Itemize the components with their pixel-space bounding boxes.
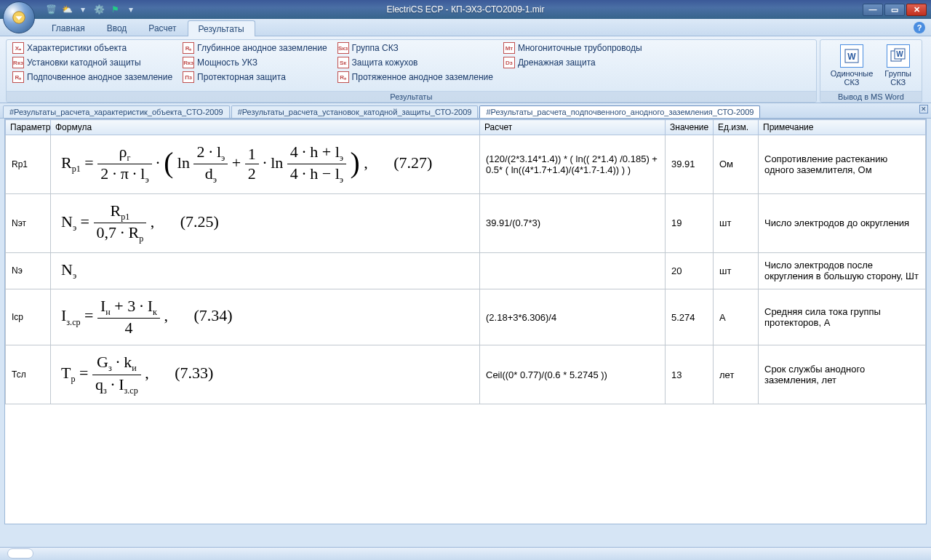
doc-icon: Rₐ [183,42,194,54]
doc-icon: Sк [337,57,349,68]
ritem-casing[interactable]: SкЗащита кожухов [336,56,495,69]
doctab-3[interactable]: #Результаты_расчета_подпочвенного_анодно… [479,105,760,118]
doc-icon: Rкз [12,57,24,68]
cell-calc: 39.91/(0.7*3) [480,193,666,252]
doc-icon: Dз [503,57,515,68]
cell-note: Сопротивление растеканию одного заземлит… [759,135,926,194]
word-icon: W [887,44,910,68]
ribbon-group-results-title: Результаты [7,91,816,102]
window-title: ElectriCS ECP - КП-ЭХЗ-СТО2009-1.mir [386,4,544,15]
doc-icon: Sкз [337,42,349,54]
ribbon-tab-strip: Главная Ввод Расчет Результаты ? [0,19,931,36]
status-bar [0,547,931,560]
cell-note: Число электродов до округления [759,193,926,252]
cell-formula: Tр = Gз · kиqз · Iз.ср , (7.33) [51,345,480,404]
ribbon: XₒХарактеристики объекта RкзУстановки ка… [0,36,931,103]
table-row[interactable]: Nэт Nэ = Rp10,7 · Rp , (7.25) 39.91/(0.7… [6,193,926,252]
ritem-deep-anode[interactable]: RₐГлубинное анодное заземление [181,41,329,55]
table-row[interactable]: Тсл Tр = Gз · kиqз · Iз.ср , (7.33) Ceil… [6,345,926,404]
maximize-button[interactable]: ▭ [884,4,905,16]
table-row[interactable]: Iср Iз.ср = Iн + 3 · Iк4 , (7.34) (2.18+… [6,289,926,345]
cell-unit: А [714,289,759,345]
document-tabs: #Результаты_расчета_характеристик_объект… [0,103,931,119]
cell-param: Rp1 [6,135,51,194]
cell-calc: (120/(2*3.14*1.4)) * ( ln(( 2*1.4) /0.18… [480,135,666,194]
doc-icon: Rₐ [12,71,24,83]
ritem-ukz-power[interactable]: RкзМощность УКЗ [181,56,329,69]
cell-formula: Rp1 = ρг2 · π · lэ · ( ln 2 · lэdэ + 12 … [51,135,480,194]
results-table: Параметр Формула Расчет Значение Ед.изм.… [5,119,926,404]
close-button[interactable]: ✕ [906,4,927,16]
ritem-cathodic[interactable]: RкзУстановки катодной защиты [11,56,174,69]
word-icon: W [840,44,863,68]
ritem-obj-char[interactable]: XₒХарактеристики объекта [11,41,174,55]
tab-input[interactable]: Ввод [96,20,138,36]
cell-formula: Nэ [51,252,480,289]
ribbon-group-word-title: Вывод в MS Word [820,91,922,102]
app-orb-button[interactable] [3,1,35,33]
tab-main[interactable]: Главная [41,20,96,36]
doc-icon: Rₐ [337,71,349,83]
cell-calc [480,252,666,289]
cell-param: Iср [6,289,51,345]
cell-formula: Nэ = Rp10,7 · Rp , (7.25) [51,193,480,252]
ritem-drainage[interactable]: DзДренажная защита [502,56,644,69]
cell-formula: Iз.ср = Iн + 3 · Iк4 , (7.34) [51,289,480,345]
th-calc[interactable]: Расчет [480,120,666,135]
help-icon[interactable]: ? [914,22,925,33]
cell-note: Число электродов после округления в боль… [759,252,926,289]
ritem-multiline[interactable]: MтМногониточные трубопроводы [502,41,644,55]
cell-note: Средняя сила тока группы протекторов, А [759,289,926,345]
cell-unit: лет [714,345,759,404]
tab-calc[interactable]: Расчет [137,20,187,36]
ritem-extended-anode[interactable]: RₐПротяженное анодное заземление [336,71,495,84]
qat-dropdown-icon[interactable]: ▾ [77,4,89,15]
th-note[interactable]: Примечание [759,120,926,135]
ritem-protector[interactable]: ПзПротекторная защита [181,71,329,84]
table-row[interactable]: Rp1 Rp1 = ρг2 · π · lэ · ( ln 2 · lэdэ +… [6,135,926,194]
tab-results[interactable]: Результаты [188,20,255,36]
word-single-skz-button[interactable]: W Одиночные СКЗ [825,41,879,89]
cell-value: 20 [666,252,714,289]
qat-weather-icon[interactable]: ⛅ [61,4,73,15]
qat-gear-icon[interactable]: ⚙️ [93,4,105,15]
th-value[interactable]: Значение [666,120,714,135]
results-table-wrap: Параметр Формула Расчет Значение Ед.изм.… [4,119,927,524]
cell-param: Тсл [6,345,51,404]
cell-value: 19 [666,193,714,252]
cell-unit: шт [714,252,759,289]
ritem-subsurface[interactable]: RₐПодпочвенное анодное заземление [11,71,174,84]
doc-icon: Xₒ [12,42,24,54]
doctab-2[interactable]: #Результаты_расчета_установок_катодной_з… [231,105,479,118]
doc-icon: Пз [183,71,194,83]
doctab-close-icon[interactable]: ✕ [919,105,928,113]
doc-icon: Mт [503,42,515,54]
table-header-row: Параметр Формула Расчет Значение Ед.изм.… [6,120,926,135]
cell-calc: Ceil((0* 0.77)/(0.6 * 5.2745 )) [480,345,666,404]
qat-delete-icon[interactable]: 🗑️ [45,4,57,15]
ritem-skz-group[interactable]: SкзГруппа СКЗ [336,41,495,55]
svg-text:W: W [896,50,903,58]
th-formula[interactable]: Формула [51,120,480,135]
th-param[interactable]: Параметр [6,120,51,135]
cell-unit: шт [714,193,759,252]
cell-unit: Ом [714,135,759,194]
qat-more-icon[interactable]: ▾ [125,4,137,15]
doctab-1[interactable]: #Результаты_расчета_характеристик_объект… [3,105,230,118]
quick-access-toolbar: 🗑️ ⛅ ▾ ⚙️ ⚑ ▾ [45,4,137,15]
word-group-skz-button[interactable]: W Группы СКЗ [879,41,917,89]
minimize-button[interactable]: — [863,4,883,16]
th-unit[interactable]: Ед.изм. [714,120,759,135]
status-pill[interactable] [7,548,33,559]
doc-icon: Rкз [183,57,194,68]
cell-value: 5.274 [666,289,714,345]
cell-param: Nэт [6,193,51,252]
cell-value: 39.91 [666,135,714,194]
title-bar: 🗑️ ⛅ ▾ ⚙️ ⚑ ▾ ElectriCS ECP - КП-ЭХЗ-СТО… [0,0,931,19]
cell-note: Срок службы анодного заземления, лет [759,345,926,404]
svg-text:W: W [847,52,856,62]
cell-param: Nэ [6,252,51,289]
qat-flag-icon[interactable]: ⚑ [109,4,121,15]
cell-value: 13 [666,345,714,404]
table-row[interactable]: Nэ Nэ 20 шт Число электродов после округ… [6,252,926,289]
